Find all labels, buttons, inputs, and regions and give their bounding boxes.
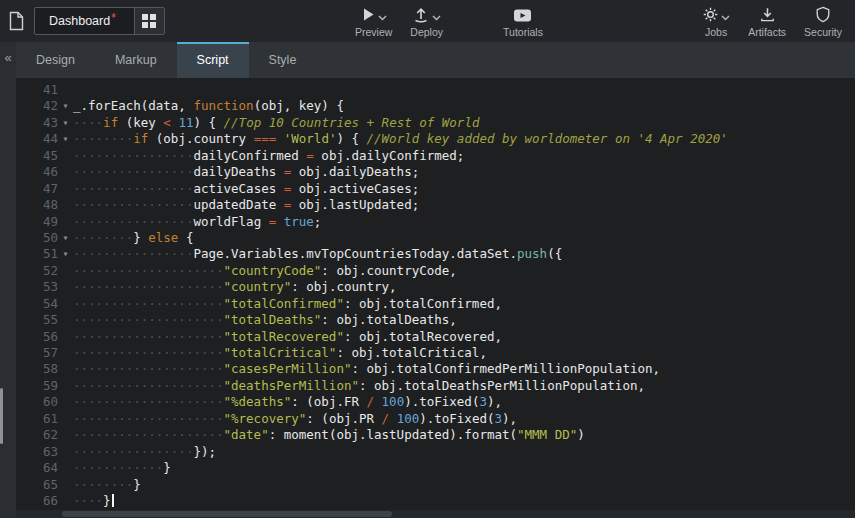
line-number: 66: [16, 493, 58, 509]
tutorials-button[interactable]: Tutorials: [494, 0, 552, 42]
code-line[interactable]: 45················dailyConfirmed = obj.d…: [16, 148, 855, 164]
code-line[interactable]: 66····}: [16, 493, 855, 509]
fold-arrow-icon[interactable]: ▾: [58, 115, 73, 131]
fold-gutter: [58, 427, 73, 443]
code-text: ····················"%recovery": (obj.PR…: [73, 411, 855, 427]
line-number: 64: [16, 460, 58, 476]
shield-icon: [815, 6, 831, 23]
code-line[interactable]: 59····················"deathsPerMillion"…: [16, 378, 855, 394]
fold-gutter: [58, 181, 73, 197]
gear-icon: [702, 6, 719, 23]
line-number: 56: [16, 329, 58, 345]
code-text: ····················"%deaths": (obj.FR /…: [73, 394, 855, 410]
line-number: 43: [16, 115, 58, 131]
code-text: ····················"deathsPerMillion": …: [73, 378, 855, 394]
collapse-panel-chevron[interactable]: «: [0, 51, 16, 65]
code-line[interactable]: 44▾········if (obj.country === 'World') …: [16, 131, 855, 147]
document-group: Dashboard *: [0, 7, 165, 35]
deploy-icon: [412, 6, 430, 23]
pages-grid-button[interactable]: [134, 8, 164, 34]
left-panel-scrollbar[interactable]: [0, 388, 3, 444]
code-line[interactable]: 65········}: [16, 477, 855, 493]
horizontal-scrollbar[interactable]: [16, 510, 855, 518]
code-line[interactable]: 46················dailyDeaths = obj.dail…: [16, 164, 855, 180]
code-line[interactable]: 62····················"date": moment(obj…: [16, 427, 855, 443]
deploy-label: Deploy: [410, 26, 443, 38]
whitespace-dots: ····················: [73, 312, 224, 327]
code-text: ····················"country": obj.count…: [73, 279, 855, 295]
line-number: 59: [16, 378, 58, 394]
preview-label: Preview: [355, 26, 392, 38]
chevron-down-icon: [378, 15, 387, 21]
code-line[interactable]: 47················activeCases = obj.acti…: [16, 181, 855, 197]
code-line[interactable]: 60····················"%deaths": (obj.FR…: [16, 394, 855, 410]
whitespace-dots: ····················: [73, 378, 224, 393]
fold-gutter: [58, 345, 73, 361]
code-line[interactable]: 53····················"country": obj.cou…: [16, 279, 855, 295]
whitespace-dots: ········: [73, 230, 133, 245]
line-number: 46: [16, 164, 58, 180]
fold-gutter: [58, 148, 73, 164]
code-line[interactable]: 43▾····if (key < 11) { //Top 10 Countrie…: [16, 115, 855, 131]
security-label: Security: [804, 26, 842, 38]
code-line[interactable]: 56····················"totalRecovered": …: [16, 329, 855, 345]
code-line[interactable]: 54····················"totalConfirmed": …: [16, 296, 855, 312]
tab-design[interactable]: Design: [16, 42, 95, 78]
play-icon: [360, 6, 376, 23]
line-number: 44: [16, 131, 58, 147]
code-line[interactable]: 57····················"totalCritical": o…: [16, 345, 855, 361]
code-line[interactable]: 42▾_.forEach(data, function(obj, key) {: [16, 98, 855, 114]
preview-button[interactable]: Preview: [346, 0, 401, 42]
line-number: 52: [16, 263, 58, 279]
tab-script[interactable]: Script: [177, 42, 249, 78]
horizontal-scrollbar-thumb[interactable]: [62, 511, 392, 517]
line-number: 58: [16, 361, 58, 377]
fold-gutter: [58, 197, 73, 213]
line-number: 41: [16, 82, 58, 98]
whitespace-dots: ········: [73, 477, 133, 492]
code-text: ················Page.Variables.mvTopCoun…: [73, 246, 855, 262]
fold-gutter: [58, 312, 73, 328]
tab-markup[interactable]: Markup: [95, 42, 177, 78]
code-line[interactable]: 61····················"%recovery": (obj.…: [16, 411, 855, 427]
code-text: ····················"totalCritical": obj…: [73, 345, 855, 361]
whitespace-dots: ················: [73, 197, 193, 212]
code-line[interactable]: 41: [16, 82, 855, 98]
code-line[interactable]: 48················updatedDate = obj.last…: [16, 197, 855, 213]
code-line[interactable]: 63················});: [16, 444, 855, 460]
line-number: 51: [16, 246, 58, 262]
whitespace-dots: ····················: [73, 296, 224, 311]
code-text: ····}: [73, 493, 855, 509]
fold-gutter: [58, 378, 73, 394]
code-text: ····················"date": moment(obj.l…: [73, 427, 855, 443]
fold-arrow-icon[interactable]: ▾: [58, 246, 73, 262]
code-line[interactable]: 58····················"casesPerMillion":…: [16, 361, 855, 377]
artifacts-button[interactable]: Artifacts: [739, 0, 795, 42]
code-line[interactable]: 55····················"totalDeaths": obj…: [16, 312, 855, 328]
code-editor[interactable]: 4142▾_.forEach(data, function(obj, key) …: [16, 78, 855, 510]
line-number: 50: [16, 230, 58, 246]
whitespace-dots: ················: [73, 214, 193, 229]
code-line[interactable]: 64············}: [16, 460, 855, 476]
top-bar: Dashboard * Preview: [0, 0, 855, 42]
fold-gutter: [58, 279, 73, 295]
primary-actions: Preview Deploy: [346, 0, 552, 42]
security-button[interactable]: Security: [795, 0, 851, 42]
chevron-down-icon: [721, 15, 730, 21]
whitespace-dots: ················: [73, 181, 193, 196]
code-line[interactable]: 50▾········} else {: [16, 230, 855, 246]
dashboard-page-tab[interactable]: Dashboard *: [34, 7, 165, 35]
tutorials-label: Tutorials: [503, 26, 543, 38]
code-line[interactable]: 52····················"countryCode": obj…: [16, 263, 855, 279]
deploy-button[interactable]: Deploy: [401, 0, 452, 42]
code-line[interactable]: 51▾················Page.Variables.mvTopC…: [16, 246, 855, 262]
fold-arrow-icon[interactable]: ▾: [58, 230, 73, 246]
fold-gutter: [58, 460, 73, 476]
code-line[interactable]: 49················worldFlag = true;: [16, 214, 855, 230]
fold-arrow-icon[interactable]: ▾: [58, 131, 73, 147]
fold-arrow-icon[interactable]: ▾: [58, 98, 73, 114]
code-text: _.forEach(data, function(obj, key) {: [73, 98, 855, 114]
tab-style[interactable]: Style: [249, 42, 317, 78]
fold-gutter: [58, 361, 73, 377]
jobs-button[interactable]: Jobs: [693, 0, 739, 42]
